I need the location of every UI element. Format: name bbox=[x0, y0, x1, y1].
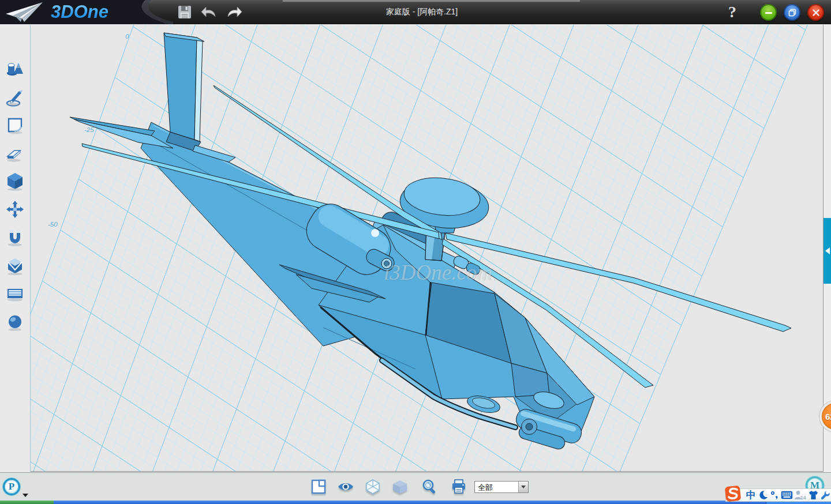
move-icon bbox=[5, 200, 25, 221]
help-button[interactable]: ? bbox=[723, 1, 742, 23]
wireframe-cube-icon[interactable] bbox=[362, 476, 384, 498]
basic-solid-cube-tool[interactable] bbox=[2, 170, 28, 195]
edit-sketch-icon bbox=[5, 115, 25, 137]
profile-caret-icon[interactable] bbox=[23, 494, 28, 497]
ime-toolbar: 中 14 bbox=[725, 488, 831, 502]
watermark: i3DOne.com bbox=[384, 260, 492, 285]
move-tool[interactable] bbox=[2, 198, 28, 223]
combine-tool[interactable] bbox=[2, 254, 28, 280]
preset-models-icon bbox=[5, 59, 25, 81]
collapsed-panel-tab[interactable] bbox=[823, 218, 831, 284]
brand-text: 3DOne bbox=[51, 2, 108, 22]
section-tool[interactable] bbox=[2, 283, 28, 308]
keyboard-icon[interactable] bbox=[780, 491, 793, 499]
preset-models-tool[interactable] bbox=[2, 58, 28, 83]
eraser-icon bbox=[5, 144, 25, 166]
paper-plane-icon bbox=[5, 1, 46, 23]
magnet-align-tool[interactable] bbox=[2, 226, 28, 251]
sketch-draw-tool[interactable] bbox=[2, 86, 28, 111]
solid-cube-icon[interactable] bbox=[389, 476, 411, 498]
magnet-align-icon bbox=[5, 228, 25, 250]
punctuation-icon[interactable] bbox=[769, 490, 780, 500]
left-toolbar bbox=[0, 25, 31, 472]
eraser-tool[interactable] bbox=[2, 142, 28, 167]
sogou-logo-icon[interactable] bbox=[724, 485, 742, 502]
scene-svg: 0-25-50 bbox=[31, 25, 823, 472]
display-filter-value: 全部 bbox=[475, 482, 518, 492]
taskbar-segment[interactable] bbox=[54, 501, 766, 504]
user-count-icon[interactable]: 14 bbox=[794, 490, 807, 500]
taskbar-start-segment[interactable] bbox=[0, 501, 54, 504]
bottom-toolbar: P bbox=[0, 472, 831, 501]
wrench-icon[interactable] bbox=[820, 490, 831, 500]
grid-axis-label: -50 bbox=[48, 221, 58, 228]
panel-collapse-arrow-icon bbox=[825, 247, 830, 254]
basic-solid-cube-icon bbox=[5, 171, 25, 193]
visibility-eye-icon[interactable] bbox=[335, 476, 357, 498]
combine-icon bbox=[5, 256, 25, 278]
display-filter-dropdown-button[interactable] bbox=[518, 482, 528, 492]
save-button[interactable] bbox=[175, 2, 194, 22]
print-icon[interactable] bbox=[448, 476, 470, 498]
os-taskbar-strip bbox=[0, 501, 831, 504]
svg-text:14: 14 bbox=[800, 495, 806, 500]
moon-icon[interactable] bbox=[757, 490, 769, 500]
model-apache-helicopter[interactable] bbox=[70, 33, 791, 451]
grid-axis-label: 0 bbox=[125, 33, 129, 40]
application-window: 3DOne 家庭版 - [阿帕奇.Z1] bbox=[0, 0, 831, 504]
grid-axis-label: -25 bbox=[84, 126, 94, 133]
profile-badge[interactable]: P bbox=[3, 478, 20, 495]
dropdown-arrow-icon bbox=[521, 486, 526, 488]
window-title: 家庭版 - [阿帕奇.Z1] bbox=[386, 7, 458, 17]
close-button[interactable] bbox=[807, 4, 824, 21]
sketch-draw-icon bbox=[5, 88, 25, 110]
logo-zone: 3DOne bbox=[0, 0, 173, 24]
undo-button[interactable] bbox=[200, 2, 219, 22]
material-sphere-tool[interactable] bbox=[2, 311, 28, 336]
display-filter-select[interactable]: 全部 bbox=[474, 481, 529, 493]
maximize-button[interactable] bbox=[784, 4, 800, 21]
redo-button[interactable] bbox=[224, 2, 244, 22]
skin-tshirt-icon[interactable] bbox=[807, 490, 820, 500]
titlebar-highlight-strip bbox=[283, 0, 580, 2]
material-sphere-icon bbox=[5, 313, 25, 334]
app-logo: 3DOne bbox=[5, 1, 137, 23]
viewport-layout-icon[interactable] bbox=[308, 476, 330, 498]
minimize-button[interactable] bbox=[760, 4, 777, 21]
title-bar: 3DOne 家庭版 - [阿帕奇.Z1] bbox=[0, 0, 831, 24]
zoom-magnifier-icon[interactable] bbox=[419, 476, 441, 498]
edit-sketch-tool[interactable] bbox=[2, 114, 28, 139]
viewport-3d[interactable]: 0-25-50 i3DOne.com 108.089 mm bbox=[31, 25, 823, 472]
section-icon bbox=[5, 284, 25, 306]
ime-mode-chinese[interactable]: 中 bbox=[744, 488, 757, 502]
